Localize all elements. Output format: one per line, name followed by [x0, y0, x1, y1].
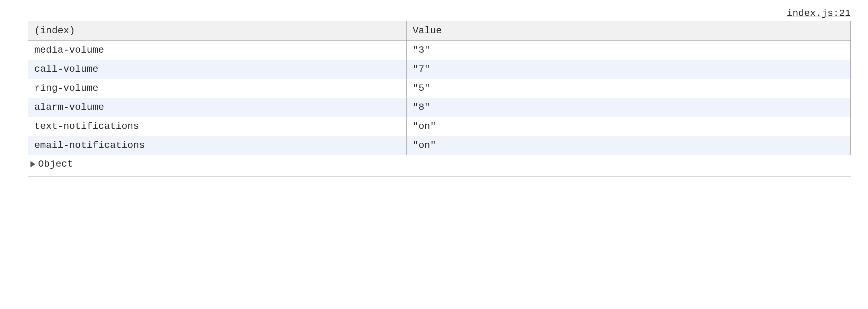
source-link-row: index.js:21 [28, 8, 851, 21]
cell-value: "on" [406, 136, 851, 155]
console-entry: index.js:21 (index) Value media-volume "… [28, 7, 851, 177]
cell-index: media-volume [28, 41, 407, 60]
expand-triangle-icon[interactable] [30, 161, 35, 167]
cell-value: "7" [406, 60, 851, 79]
cell-value: "on" [406, 117, 851, 136]
table-row[interactable]: call-volume "7" [28, 60, 851, 79]
object-label: Object [38, 159, 73, 169]
cell-index: alarm-volume [28, 98, 407, 117]
table-header-row: (index) Value [28, 21, 851, 41]
column-header-index[interactable]: (index) [28, 21, 407, 41]
cell-index: ring-volume [28, 79, 407, 98]
table-row[interactable]: media-volume "3" [28, 41, 851, 60]
table-row[interactable]: alarm-volume "8" [28, 98, 851, 117]
console-table: (index) Value media-volume "3" call-volu… [28, 21, 851, 155]
table-row[interactable]: email-notifications "on" [28, 136, 851, 155]
object-expander[interactable]: Object [28, 155, 851, 169]
cell-index: email-notifications [28, 136, 407, 155]
table-row[interactable]: text-notifications "on" [28, 117, 851, 136]
cell-index: call-volume [28, 60, 407, 79]
table-row[interactable]: ring-volume "5" [28, 79, 851, 98]
cell-index: text-notifications [28, 117, 407, 136]
cell-value: "5" [406, 79, 851, 98]
source-link[interactable]: index.js:21 [787, 8, 851, 19]
cell-value: "8" [406, 98, 851, 117]
column-header-value[interactable]: Value [406, 21, 851, 41]
cell-value: "3" [406, 41, 851, 60]
